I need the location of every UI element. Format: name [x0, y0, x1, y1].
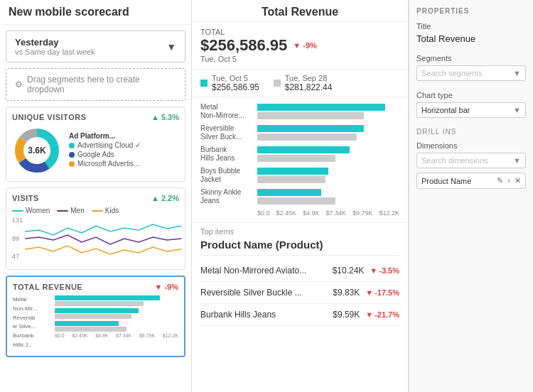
hbar-label-4: Boys BubbleJacket: [200, 167, 257, 184]
hbar-row-4: Boys BubbleJacket: [200, 167, 399, 184]
drag-icon: ⚙: [15, 80, 23, 89]
hbar-teal-3: [257, 146, 350, 153]
hbar-label-1: MetalNon-Mirrore...: [200, 103, 257, 120]
product-name-2: Reversible Silver Buckle ...: [200, 288, 333, 298]
hbar-row-5: Skinny AnkleJeans: [200, 188, 399, 205]
total-label: TOTAL: [200, 28, 399, 36]
product-name-3: Burbank Hills Jeans: [200, 310, 333, 320]
visitors-change: ▲ 5.3%: [151, 113, 179, 121]
revenue-mini-title: TOTAL REVENUE: [13, 283, 82, 291]
comp-dot-teal: [200, 80, 208, 87]
dimensions-placeholder: Search dimensions: [421, 156, 488, 165]
hbar-gray-4: [257, 176, 325, 183]
revenue-mini-change: ▼ -9%: [154, 283, 178, 291]
hbar-teal-5: [257, 189, 321, 196]
legend-men: Men: [57, 207, 84, 214]
chart-type-label: Chart type: [416, 91, 526, 99]
hbar-gray-2: [257, 134, 357, 141]
middle-title: Total Revenue: [200, 6, 399, 18]
hbar-gray-5: [257, 197, 335, 205]
middle-header: Total Revenue: [192, 0, 408, 22]
comp-amount-2: $281,822.44: [285, 82, 333, 92]
donut-chart: 3.6K: [12, 126, 62, 175]
product-change-3: ▼ -21.7%: [365, 310, 399, 319]
comp-item-teal: Tue, Oct 5 $256,586.95: [200, 74, 259, 92]
visitors-content: 3.6K Ad Platform... Advertising Cloud ✓ …: [12, 126, 179, 175]
donut-value: 3.6K: [28, 146, 45, 156]
segments-chevron-icon: ▼: [513, 69, 521, 77]
comparison-row: Tue, Oct 5 $256,586.95 Tue, Sep 28 $281,…: [192, 70, 408, 97]
total-date: Tue, Oct 5: [200, 55, 399, 63]
revenue-mini-labels: MetalNon-Mir... Reversible Silve... Burb…: [13, 295, 52, 350]
visits-card: VISITS ▲ 2.2% Women Men Kids 1318947: [6, 187, 185, 270]
left-panel: New mobile scorecard Yesterday vs Same d…: [0, 0, 192, 392]
hbar-label-2: ReversibleSilver Buck...: [200, 124, 257, 141]
hbar-group-5: [257, 189, 399, 205]
hbar-group-4: [257, 168, 399, 183]
product-value-3: $9.59K: [333, 310, 360, 320]
hbar-row-2: ReversibleSilver Buck...: [200, 124, 399, 141]
chart-type-chevron-icon: ▼: [513, 106, 521, 114]
revenue-mini-card: TOTAL REVENUE ▼ -9% MetalNon-Mir... Reve…: [6, 276, 185, 357]
hbar-label-3: BurbankHills Jeans: [200, 146, 257, 163]
segments-placeholder: Search segments: [421, 69, 483, 77]
title-section: Title Total Revenue: [416, 22, 526, 44]
comp-gray-info: Tue, Sep 28 $281,822.44: [285, 74, 333, 92]
revenue-mini-content: MetalNon-Mir... Reversible Silve... Burb…: [13, 295, 178, 350]
hbar-group-1: [257, 104, 399, 119]
top-items-label: Top items: [200, 227, 399, 236]
total-change: ▼ -9%: [293, 41, 317, 50]
date-selector[interactable]: Yesterday vs Same day last week ▼: [6, 31, 185, 62]
visits-legend: Women Men Kids: [12, 207, 179, 214]
close-icon[interactable]: ✕: [515, 176, 521, 185]
product-change-2: ▼ -17.5%: [365, 288, 399, 297]
scorecard-title: New mobile scorecard: [9, 6, 183, 18]
total-section: TOTAL $256,586.95 ▼ -9% Tue, Oct 5: [192, 22, 408, 70]
hbar-teal-2: [257, 125, 364, 132]
middle-panel: Total Revenue TOTAL $256,586.95 ▼ -9% Tu…: [192, 0, 409, 392]
segments-label: Segments: [416, 54, 526, 62]
hbar-group-3: [257, 146, 399, 162]
visitors-header: UNIQUE VISITORS ▲ 5.3%: [12, 113, 179, 121]
properties-header: PROPERTIES: [416, 7, 526, 15]
drag-zone[interactable]: ⚙ Drag segments here to create dropdown: [6, 68, 185, 101]
visits-header: VISITS ▲ 2.2%: [12, 194, 179, 202]
visits-title: VISITS: [12, 194, 39, 202]
edit-icon[interactable]: ✎: [497, 176, 503, 185]
hbar-label-5: Skinny AnkleJeans: [200, 188, 257, 205]
drag-label: Drag segments here to create dropdown: [27, 75, 176, 94]
total-row: $256,586.95 ▼ -9%: [200, 36, 399, 55]
product-name-header: Product Name (Product): [200, 239, 399, 256]
comp-item-gray: Tue, Sep 28 $281,822.44: [274, 74, 333, 92]
comp-date-2: Tue, Sep 28: [285, 74, 333, 82]
title-label: Title: [416, 22, 526, 31]
date-main: Yesterday: [15, 37, 95, 48]
hbar-row-3: BurbankHills Jeans: [200, 146, 399, 163]
comp-date-1: Tue, Oct 5: [212, 74, 259, 82]
x-axis-labels: $0.0$2.45K$4.9K$7.34K$9.79K$12.2K: [200, 209, 399, 217]
dimensions-label: Dimensions: [416, 141, 526, 150]
arrow-icon[interactable]: ›: [507, 176, 510, 185]
legend-advertising: Advertising Cloud ✓: [69, 141, 141, 149]
comp-teal-info: Tue, Oct 5 $256,586.95: [212, 74, 259, 92]
segments-select[interactable]: Search segments ▼: [416, 65, 526, 81]
product-change-1: ▼ -3.5%: [370, 266, 399, 275]
dimensions-chevron-icon: ▼: [513, 156, 521, 165]
hbar-row-1: MetalNon-Mirrore...: [200, 103, 399, 120]
title-value: Total Revenue: [416, 33, 526, 44]
visitors-card: UNIQUE VISITORS ▲ 5.3% 3.6K Ad Platform.…: [6, 107, 185, 182]
dimension-tag-label: Product Name: [421, 177, 471, 185]
dimensions-select[interactable]: Search dimensions ▼: [416, 153, 526, 168]
drill-ins-section: DRILL INS Dimensions Search dimensions ▼…: [416, 128, 526, 189]
comp-amount-1: $256,586.95: [212, 82, 259, 92]
chart-type-select[interactable]: Horizontal bar ▼: [416, 102, 526, 118]
total-amount: $256,586.95: [200, 36, 287, 55]
right-panel: PROPERTIES Title Total Revenue Segments …: [409, 0, 533, 392]
legend-microsoft: Microsoft Advertis...: [69, 160, 141, 168]
product-value-1: $10.24K: [333, 266, 365, 276]
chevron-down-icon: ▼: [166, 41, 176, 53]
dimension-icons: ✎ › ✕: [497, 176, 521, 185]
drill-ins-label: DRILL INS: [416, 128, 526, 136]
product-row-3: Burbank Hills Jeans $9.59K ▼ -21.7%: [200, 304, 399, 326]
legend-google: Google Ads: [69, 151, 141, 158]
